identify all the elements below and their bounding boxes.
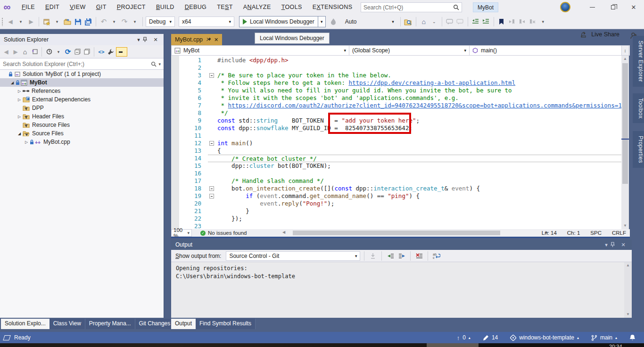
undo-dropdown-icon[interactable]: ▾ bbox=[109, 16, 119, 27]
pin-icon[interactable] bbox=[611, 242, 619, 248]
nav-project-dropdown[interactable]: ++ MyBot ▾ bbox=[172, 46, 349, 55]
fold-collapse-icon[interactable] bbox=[208, 185, 217, 192]
navigate-forward-icon[interactable]: ▶ bbox=[26, 16, 36, 27]
window-position-icon[interactable]: ▾ bbox=[602, 242, 611, 248]
toolbar-overflow-icon[interactable]: ▾ bbox=[538, 16, 548, 27]
configuration-dropdown[interactable]: Debug▾ bbox=[146, 17, 175, 27]
hot-reload-icon[interactable] bbox=[329, 16, 338, 27]
new-project-dropdown-icon[interactable]: ▾ bbox=[52, 16, 62, 27]
tree-item-external-dependencies[interactable]: ▷External Dependencies bbox=[0, 95, 164, 104]
vertical-scrollbar[interactable]: ▲ ▼ bbox=[621, 56, 629, 229]
tree-expanded-icon[interactable]: ◢ bbox=[16, 132, 23, 136]
save-all-icon[interactable] bbox=[83, 16, 93, 27]
next-bookmark-icon[interactable] bbox=[518, 16, 527, 27]
unsaved-changes-count[interactable]: 14 bbox=[483, 334, 498, 341]
close-icon[interactable]: ✕ bbox=[151, 37, 160, 43]
tab-find-symbol-results[interactable]: Find Symbol Results bbox=[196, 319, 256, 329]
find-in-files-icon[interactable] bbox=[404, 16, 413, 27]
side-tab-server-explorer[interactable]: Server Explorer bbox=[633, 36, 644, 87]
fold-collapse-icon[interactable] bbox=[208, 140, 217, 147]
user-avatar[interactable] bbox=[560, 2, 570, 12]
navigate-back-dropdown-icon[interactable]: ▾ bbox=[16, 16, 25, 27]
word-wrap-icon[interactable]: abc bbox=[432, 250, 441, 262]
tree-collapsed-icon[interactable]: ▷ bbox=[16, 98, 23, 102]
tab-solution-explo[interactable]: Solution Explo... bbox=[1, 319, 50, 329]
code-line-3[interactable]: 3/* Be sure to place your token in the l… bbox=[179, 72, 621, 79]
close-icon[interactable]: ✕ bbox=[619, 242, 627, 248]
clear-all-icon[interactable] bbox=[414, 250, 424, 262]
code-line-20[interactable]: 20 event.reply("Pong!"); bbox=[179, 200, 621, 207]
output-content[interactable]: Opening repositories:C:\Users\brain\wind… bbox=[171, 262, 624, 318]
decrease-indent-icon[interactable] bbox=[471, 16, 480, 27]
solution-explorer-header[interactable]: Solution Explorer ▾ ✕ bbox=[0, 34, 164, 45]
refresh-icon[interactable]: ⟳ bbox=[64, 46, 72, 58]
previous-bookmark-icon[interactable] bbox=[507, 16, 517, 27]
code-line-6[interactable]: 6 * invite it with the scopes 'bot' and … bbox=[179, 94, 621, 102]
close-button[interactable]: ✕ bbox=[623, 0, 644, 14]
quick-search-input[interactable]: Search (Ctrl+Q) bbox=[361, 2, 462, 12]
window-position-icon[interactable]: ▾ bbox=[134, 37, 143, 43]
toggle-bookmark-icon[interactable] bbox=[497, 16, 506, 27]
tree-item-solution-mybot-1-of-1-project[interactable]: ∞Solution 'MyBot' (1 of 1 project) bbox=[0, 70, 164, 78]
tab-property-mana[interactable]: Property Mana... bbox=[85, 319, 135, 329]
open-folder-icon[interactable] bbox=[63, 16, 72, 27]
code-line-1[interactable]: 1#include <dpp/dpp.h> bbox=[179, 57, 621, 64]
tree-item-mybot[interactable]: ◢++MyBot bbox=[0, 78, 164, 87]
start-debugging-dropdown-icon[interactable]: ▾ bbox=[318, 17, 325, 27]
save-icon[interactable] bbox=[73, 16, 83, 27]
tree-expanded-icon[interactable]: ◢ bbox=[9, 81, 16, 85]
filter-dropdown-icon[interactable]: ▾ bbox=[54, 46, 63, 58]
code-line-13[interactable]: 13{ bbox=[179, 147, 621, 155]
scroll-up-icon[interactable]: ▲ bbox=[624, 262, 632, 269]
code-line-17[interactable]: 17 /* Handle slash command */ bbox=[179, 177, 621, 185]
solution-badge[interactable]: MyBot bbox=[473, 2, 498, 12]
menu-project[interactable]: PROJECT bbox=[112, 0, 150, 14]
branch-selector[interactable]: main ▴ bbox=[591, 334, 617, 341]
comment-out-icon[interactable] bbox=[445, 16, 454, 27]
menu-tools[interactable]: TOOLS bbox=[277, 0, 307, 14]
code-line-12[interactable]: 12int main() bbox=[179, 140, 621, 147]
code-editor[interactable]: 1#include <dpp/dpp.h>23/* Be sure to pla… bbox=[171, 56, 621, 229]
next-message-icon[interactable] bbox=[397, 250, 406, 262]
pending-changes-filter-icon[interactable] bbox=[45, 46, 53, 58]
vertical-scrollbar-thumb[interactable] bbox=[622, 63, 628, 184]
code-line-16[interactable]: 16 bbox=[179, 170, 621, 177]
eol-indicator[interactable]: CRLF bbox=[612, 230, 626, 236]
output-source-dropdown[interactable]: Source Control - Git▾ bbox=[226, 251, 360, 261]
code-line-4[interactable]: 4 * Follow steps here to get a token: ht… bbox=[179, 79, 621, 87]
issues-indicator[interactable]: ✓ No issues found bbox=[200, 229, 247, 237]
scroll-down-icon[interactable]: ▼ bbox=[624, 311, 632, 318]
output-scrollbar[interactable]: ▲ ▼ bbox=[624, 262, 632, 318]
platform-dropdown[interactable]: x64▾ bbox=[179, 17, 234, 27]
menu-edit[interactable]: EDIT bbox=[41, 0, 64, 14]
tab-output[interactable]: Output bbox=[171, 319, 196, 329]
toolbar-grip[interactable] bbox=[1, 17, 3, 26]
collapse-all-icon[interactable] bbox=[73, 46, 82, 58]
background-tasks-icon[interactable] bbox=[3, 335, 11, 340]
side-tab-toolbox[interactable]: Toolbox bbox=[633, 93, 644, 123]
restore-button[interactable] bbox=[603, 0, 623, 14]
sync-with-active-document-icon[interactable] bbox=[83, 46, 91, 58]
code-line-14[interactable]: 14 /* Create bot cluster */ bbox=[179, 155, 621, 162]
attach-mode-dropdown[interactable]: Auto▾ bbox=[342, 17, 397, 27]
fold-collapse-icon[interactable] bbox=[208, 192, 217, 200]
menu-file[interactable]: FILE bbox=[17, 0, 40, 14]
tab-git-changes[interactable]: Git Changes bbox=[135, 319, 175, 329]
nav-member-dropdown[interactable]: main() ▾ bbox=[470, 46, 629, 55]
menu-view[interactable]: VIEW bbox=[65, 0, 91, 14]
tree-item-dpp[interactable]: DPP bbox=[0, 104, 164, 112]
tree-collapsed-icon[interactable]: ▷ bbox=[23, 140, 30, 144]
se-back-icon[interactable]: ◀ bbox=[2, 46, 10, 58]
code-line-18[interactable]: 18 bot.on_interaction_create([](const dp… bbox=[179, 185, 621, 192]
goto-message-icon[interactable] bbox=[368, 250, 378, 262]
menu-debug[interactable]: DEBUG bbox=[180, 0, 211, 14]
tab-pin-icon[interactable] bbox=[206, 37, 211, 42]
tree-item-header-files[interactable]: ▷Header Files bbox=[0, 112, 164, 121]
tab-class-view[interactable]: Class View bbox=[50, 319, 85, 329]
pin-icon[interactable] bbox=[143, 37, 151, 42]
solution-explorer-search-input[interactable]: Search Solution Explorer (Ctrl+;) ▾ bbox=[0, 58, 164, 70]
tree-item-source-files[interactable]: ◢Source Files bbox=[0, 129, 164, 138]
increase-indent-icon[interactable] bbox=[481, 16, 491, 27]
start-debugging-button[interactable]: Local Windows Debugger ▾ bbox=[239, 16, 326, 27]
tree-item-mybot-cpp[interactable]: ▷++MyBot.cpp bbox=[0, 138, 164, 146]
